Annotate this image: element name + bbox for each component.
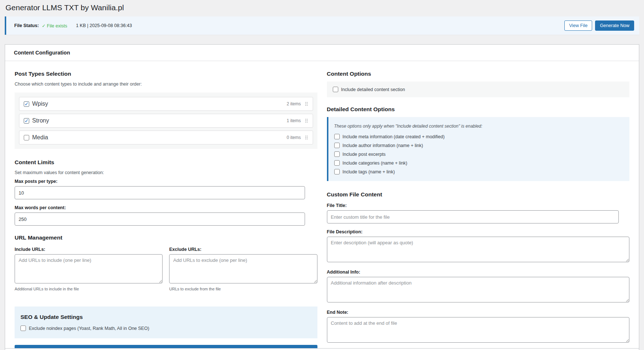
post-type-count: 1 items [287,118,301,123]
content-limits-heading: Content Limits [15,159,317,166]
drag-handle-icon[interactable] [305,136,306,136]
detailed-options-panel: These options only apply when "Include d… [327,117,630,181]
content-configuration-card: Content Configuration Post Types Selecti… [5,44,639,350]
url-management-heading: URL Management [15,234,317,241]
post-type-label: Strony [32,117,49,124]
include-urls-field: Include URLs: Additional URLs to include… [15,247,163,291]
exclude-noindex-label: Exclude noindex pages (Yoast, Rank Math,… [29,326,149,331]
post-type-row-wpisy[interactable]: Wpisy 2 items [19,97,313,111]
content-options-heading: Content Options [327,71,630,77]
detailed-options-heading: Detailed Content Options [327,106,630,113]
view-file-button[interactable]: View File [564,20,592,31]
file-status-label: File Status: [14,23,39,28]
exclude-urls-textarea[interactable] [169,254,317,283]
post-types-sortable-list: Wpisy 2 items Strony 1 items [15,93,317,149]
include-author-label: Include author information (name + link) [343,143,423,148]
drag-handle-icon[interactable] [305,119,306,120]
post-type-count: 0 items [287,135,301,140]
seo-update-settings-panel: SEO & Update Settings Exclude noindex pa… [15,306,317,338]
file-description-textarea[interactable] [327,237,630,262]
custom-file-content-heading: Custom File Content [327,191,630,198]
include-detailed-label: Include detailed content section [341,87,405,92]
content-options-row: Include detailed content section [327,82,630,97]
additional-info-label: Additional Info: [327,270,630,275]
post-type-label: Media [32,134,48,141]
content-limits-description: Set maximum values for content generatio… [15,170,317,175]
left-column: Post Types Selection Choose which conten… [15,71,317,350]
right-column: Content Options Include detailed content… [327,71,630,350]
card-header-title: Content Configuration [5,45,639,61]
file-status-notice: File Status: ✓ File exists 1 KB | 2025-0… [5,16,639,35]
include-tags-label: Include tags (name + link) [343,169,395,174]
post-type-row-media[interactable]: Media 0 items [19,131,313,144]
page: Generator LLMS TXT by Wanilia.pl File St… [0,0,644,350]
post-types-description: Choose which content types to include an… [15,82,317,87]
file-status-text: File Status: ✓ File exists 1 KB | 2025-0… [14,23,132,29]
exclude-urls-field: Exclude URLs: URLs to exclude from the f… [169,247,317,291]
post-types-heading: Post Types Selection [15,71,317,77]
seo-settings-heading: SEO & Update Settings [20,314,312,320]
include-categories-checkbox[interactable] [334,160,340,166]
status-actions: View File Generate Now [564,20,634,31]
include-excerpts-checkbox[interactable] [334,151,340,157]
next-section-cutoff [5,348,639,350]
include-meta-label: Include meta information (date created +… [343,134,445,139]
post-type-label: Wpisy [32,101,48,107]
max-posts-label: Max posts per type: [15,179,317,184]
include-urls-label: Include URLs: [15,247,163,252]
include-meta-checkbox[interactable] [334,134,340,139]
include-urls-textarea[interactable] [15,254,163,283]
exclude-urls-label: Exclude URLs: [169,247,317,252]
max-words-label: Max words per content: [15,205,317,210]
drag-handle-icon[interactable] [305,102,306,103]
file-description-label: File Description: [327,229,630,234]
exclude-urls-help: URLs to exclude from the file [169,287,317,291]
generate-now-button[interactable]: Generate Now [595,20,634,31]
file-meta: 1 KB | 2025-09-08 08:36:43 [76,23,132,28]
include-categories-label: Include categories (name + link) [343,161,408,166]
file-title-input[interactable] [327,210,619,223]
post-type-count: 2 items [287,101,301,106]
page-title: Generator LLMS TXT by Wanilia.pl [5,2,639,12]
include-author-checkbox[interactable] [334,143,340,148]
post-type-checkbox-wpisy[interactable] [24,101,29,107]
end-note-textarea[interactable] [327,317,630,343]
end-note-label: End Note: [327,310,630,315]
include-urls-help: Additional URLs to include in the file [15,287,163,291]
include-tags-checkbox[interactable] [334,169,340,174]
exclude-noindex-checkbox[interactable] [20,325,26,331]
max-posts-input[interactable] [15,186,305,199]
file-exists-status: ✓ File exists [42,23,67,29]
post-type-row-strony[interactable]: Strony 1 items [19,114,313,128]
include-detailed-checkbox[interactable] [333,87,338,92]
additional-info-textarea[interactable] [327,277,630,302]
file-title-label: File Title: [327,203,630,208]
max-words-input[interactable] [15,212,305,226]
post-type-checkbox-strony[interactable] [24,118,29,124]
post-type-checkbox-media[interactable] [24,135,29,140]
include-excerpts-label: Include post excerpts [343,152,386,157]
detailed-options-note: These options only apply when "Include d… [334,124,624,129]
